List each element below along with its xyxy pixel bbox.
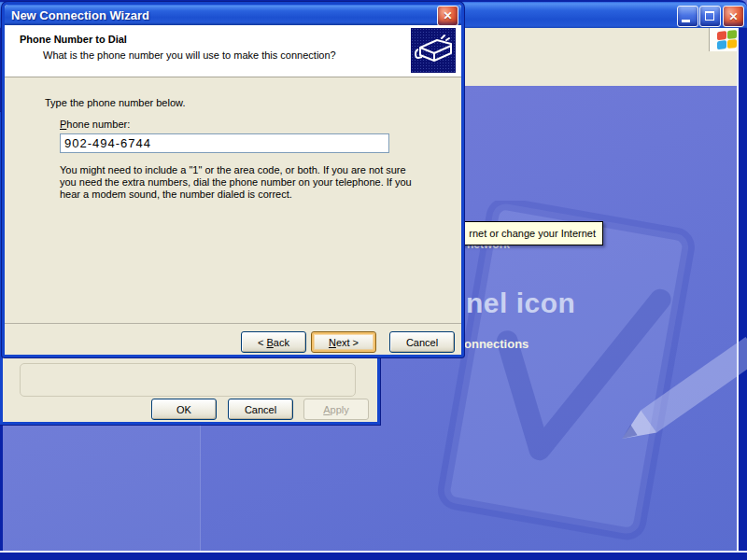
pane-divider — [3, 425, 201, 553]
wizard-close-button[interactable]: ✕ — [437, 6, 458, 26]
modem-icon — [411, 28, 456, 73]
apply-button[interactable]: Apply — [303, 399, 369, 420]
close-button[interactable]: ✕ — [723, 6, 744, 27]
ok-button[interactable]: OK — [151, 399, 217, 420]
cancel-button[interactable]: Cancel — [228, 399, 293, 420]
phone-number-label: Phone number: — [60, 119, 130, 130]
connections-text-fragment: onnections — [464, 337, 529, 351]
wizard-header-title: Phone Number to Dial — [20, 34, 127, 45]
close-icon: ✕ — [724, 7, 743, 26]
minimize-icon — [682, 20, 690, 22]
help-text: You might need to include a "1" or the a… — [60, 164, 412, 201]
maximize-icon — [705, 11, 714, 21]
wizard-header: Phone Number to Dial What is the phone n… — [5, 25, 461, 77]
wizard-titlebar[interactable]: New Connection Wizard — [5, 5, 461, 25]
next-button[interactable]: Next > — [311, 331, 376, 353]
wizard-cancel-button[interactable]: Cancel — [389, 331, 455, 353]
back-button[interactable]: < Back — [241, 331, 306, 353]
footer-separator — [5, 323, 461, 324]
wizard-header-subtitle: What is the phone number you will use to… — [43, 49, 336, 61]
wizard-title: New Connection Wizard — [11, 8, 149, 22]
instruction-text: Type the phone number below. — [45, 97, 185, 108]
minimize-button[interactable] — [677, 6, 698, 27]
page-heading-fragment: nel icon — [466, 287, 575, 319]
windows-logo-icon — [717, 29, 738, 49]
new-connection-wizard-dialog: New Connection Wizard ✕ Phone Number to … — [2, 2, 464, 357]
close-icon: ✕ — [438, 7, 458, 25]
window-border-bottom — [0, 551, 747, 560]
window-border-right — [737, 28, 747, 560]
group-box — [20, 363, 356, 397]
maximize-button[interactable] — [699, 6, 721, 27]
phone-number-input[interactable] — [60, 133, 389, 153]
